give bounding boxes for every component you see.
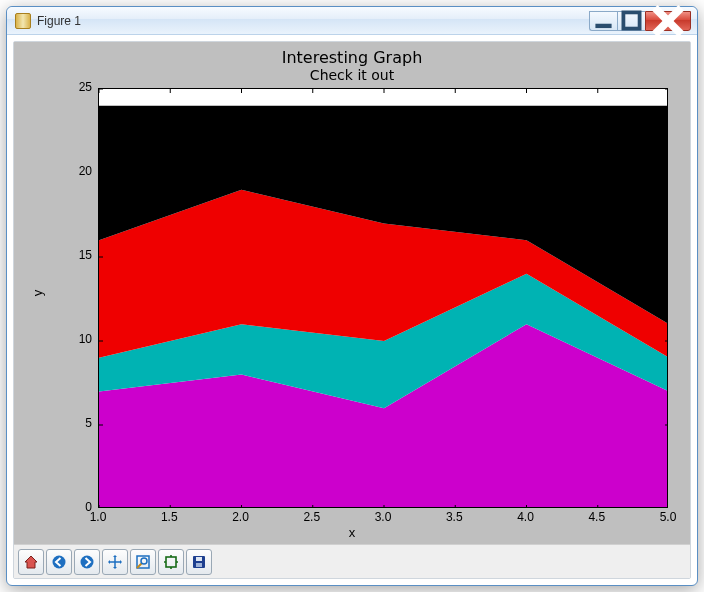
y-tick-label: 25 — [68, 80, 92, 94]
save-icon — [191, 554, 207, 570]
maximize-button[interactable] — [617, 11, 645, 31]
plot-title: Interesting Graph — [14, 48, 690, 67]
configure-icon — [163, 554, 179, 570]
move-icon — [107, 554, 123, 570]
x-axis-label: x — [14, 525, 690, 540]
pan-button[interactable] — [102, 549, 128, 575]
plot-subtitle: Check it out — [14, 67, 690, 83]
svg-rect-47 — [196, 563, 202, 567]
arrow-left-icon — [51, 554, 67, 570]
y-tick-label: 5 — [68, 416, 92, 430]
svg-rect-46 — [196, 557, 202, 561]
x-tick-label: 2.5 — [300, 510, 324, 524]
configure-button[interactable] — [158, 549, 184, 575]
close-icon — [646, 0, 690, 43]
figure-window: Figure 1 Interesting Graph Check it out … — [6, 6, 698, 586]
home-button[interactable] — [18, 549, 44, 575]
svg-point-39 — [141, 558, 147, 564]
titlebar[interactable]: Figure 1 — [7, 7, 697, 35]
chart-canvas — [98, 88, 668, 508]
zoom-icon — [135, 554, 151, 570]
minimize-button[interactable] — [589, 11, 617, 31]
client-area: Interesting Graph Check it out y x 05101… — [13, 41, 691, 579]
close-button[interactable] — [645, 11, 691, 31]
x-tick-label: 4.5 — [585, 510, 609, 524]
arrow-right-icon — [79, 554, 95, 570]
home-icon — [23, 554, 39, 570]
forward-button[interactable] — [74, 549, 100, 575]
x-tick-label: 4.0 — [514, 510, 538, 524]
save-button[interactable] — [186, 549, 212, 575]
x-tick-label: 1.5 — [157, 510, 181, 524]
nav-toolbar — [14, 544, 690, 578]
svg-point-35 — [81, 555, 94, 568]
svg-rect-1 — [623, 12, 639, 28]
window-title: Figure 1 — [37, 14, 81, 28]
x-tick-label: 3.5 — [442, 510, 466, 524]
app-icon — [15, 13, 31, 29]
svg-point-34 — [53, 555, 66, 568]
minimize-icon — [590, 7, 617, 34]
y-tick-label: 10 — [68, 332, 92, 346]
back-button[interactable] — [46, 549, 72, 575]
y-axis-label: y — [30, 290, 45, 297]
y-tick-label: 20 — [68, 164, 92, 178]
zoom-button[interactable] — [130, 549, 156, 575]
x-tick-label: 5.0 — [656, 510, 680, 524]
plot-titles: Interesting Graph Check it out — [14, 48, 690, 83]
x-tick-label: 1.0 — [86, 510, 110, 524]
x-tick-label: 2.0 — [229, 510, 253, 524]
y-tick-label: 15 — [68, 248, 92, 262]
maximize-icon — [618, 7, 645, 34]
window-controls — [589, 11, 691, 31]
x-tick-label: 3.0 — [371, 510, 395, 524]
svg-rect-40 — [166, 557, 176, 567]
plot-area: Interesting Graph Check it out y x 05101… — [14, 42, 690, 544]
